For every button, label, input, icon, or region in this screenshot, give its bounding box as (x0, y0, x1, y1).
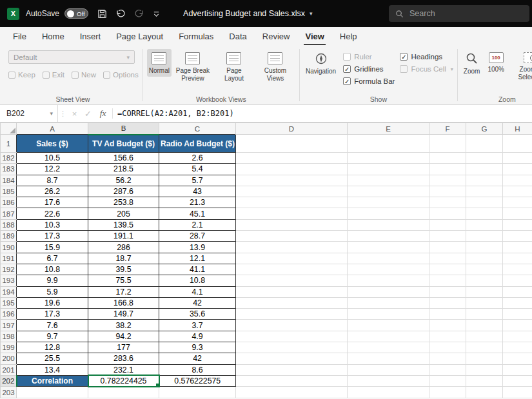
cell-B183[interactable]: 218.5 (88, 164, 159, 175)
cell-D182[interactable] (236, 153, 348, 164)
cell-H190[interactable] (503, 242, 532, 253)
row-header-196[interactable]: 196 (1, 309, 17, 320)
cell-E193[interactable] (348, 275, 429, 286)
page-break-preview-button[interactable]: Page Break Preview (173, 49, 213, 84)
cell-C187[interactable]: 45.1 (159, 208, 236, 219)
cell-E1[interactable] (348, 135, 429, 153)
cell-H187[interactable] (503, 208, 532, 219)
cell-G199[interactable] (466, 342, 503, 353)
cell-B185[interactable]: 287.6 (88, 186, 159, 197)
insert-function-icon[interactable]: fx (95, 105, 111, 122)
cell-D197[interactable] (236, 320, 348, 331)
row-header-192[interactable]: 192 (1, 264, 17, 275)
custom-views-button[interactable]: Custom Views (255, 49, 295, 84)
cell-H193[interactable] (503, 275, 532, 286)
cell-G183[interactable] (466, 164, 503, 175)
cell-H200[interactable] (503, 353, 532, 364)
cell-A196[interactable]: 17.3 (17, 309, 88, 320)
cell-D203[interactable] (236, 387, 348, 398)
cell-H185[interactable] (503, 186, 532, 197)
search-box[interactable]: Search (389, 5, 529, 22)
cell-G189[interactable] (466, 231, 503, 242)
cell-H189[interactable] (503, 231, 532, 242)
cell-C1[interactable]: Radio Ad Budget ($) (159, 135, 236, 153)
cell-B187[interactable]: 205 (88, 208, 159, 219)
cell-D192[interactable] (236, 264, 348, 275)
cell-D195[interactable] (236, 297, 348, 308)
cell-G1[interactable] (466, 135, 503, 153)
cell-C203[interactable] (159, 387, 236, 398)
cell-H183[interactable] (503, 164, 532, 175)
row-header-202[interactable]: 202 (1, 375, 17, 387)
cell-E195[interactable] (348, 297, 429, 308)
workbook-title[interactable]: Advertising Budget and Sales.xlsx ▾ (183, 9, 313, 18)
cell-F189[interactable] (429, 231, 466, 242)
cell-C196[interactable]: 35.6 (159, 309, 236, 320)
cell-D187[interactable] (236, 208, 348, 219)
cell-C197[interactable]: 3.7 (159, 320, 236, 331)
zoom-button[interactable]: Zoom (462, 49, 482, 77)
cell-D183[interactable] (236, 164, 348, 175)
cell-A199[interactable]: 12.8 (17, 342, 88, 353)
cell-A198[interactable]: 9.7 (17, 331, 88, 342)
menu-tab-formulas[interactable]: Formulas (171, 27, 221, 46)
cell-B186[interactable]: 253.8 (88, 197, 159, 208)
cell-B184[interactable]: 56.2 (88, 175, 159, 186)
cell-D186[interactable] (236, 197, 348, 208)
cell-G193[interactable] (466, 275, 503, 286)
cell-G191[interactable] (466, 253, 503, 264)
column-header-H[interactable]: H (503, 123, 532, 135)
customize-toolbar-icon[interactable] (153, 10, 160, 17)
fill-handle[interactable] (155, 383, 159, 387)
cell-C201[interactable]: 8.6 (159, 364, 236, 375)
cell-A183[interactable]: 12.2 (17, 164, 88, 175)
formula-bar-checkbox[interactable]: ✓ Formula Bar (343, 77, 395, 85)
cell-F185[interactable] (429, 186, 466, 197)
cell-B203[interactable] (88, 387, 159, 398)
row-header-199[interactable]: 199 (1, 342, 17, 353)
row-header-203[interactable]: 203 (1, 387, 17, 398)
cell-C190[interactable]: 13.9 (159, 242, 236, 253)
cell-B191[interactable]: 18.7 (88, 253, 159, 264)
cell-A189[interactable]: 17.3 (17, 231, 88, 242)
cell-G197[interactable] (466, 320, 503, 331)
cell-A187[interactable]: 22.6 (17, 208, 88, 219)
cell-E198[interactable] (348, 331, 429, 342)
column-header-B[interactable]: B (88, 123, 159, 135)
menu-tab-page-layout[interactable]: Page Layout (108, 27, 171, 46)
cell-F201[interactable] (429, 364, 466, 375)
cell-G192[interactable] (466, 264, 503, 275)
column-header-F[interactable]: F (429, 123, 466, 135)
menu-tab-review[interactable]: Review (255, 27, 298, 46)
cell-A184[interactable]: 8.7 (17, 175, 88, 186)
cell-F198[interactable] (429, 331, 466, 342)
autosave-toggle[interactable]: Off (64, 8, 88, 19)
row-header-183[interactable]: 183 (1, 164, 17, 175)
menu-tab-home[interactable]: Home (34, 27, 72, 46)
row-header-200[interactable]: 200 (1, 353, 17, 364)
cell-A202[interactable]: Correlation (17, 375, 88, 387)
cell-B197[interactable]: 38.2 (88, 320, 159, 331)
cell-H197[interactable] (503, 320, 532, 331)
cell-H188[interactable] (503, 219, 532, 230)
cell-F1[interactable] (429, 135, 466, 153)
cell-D190[interactable] (236, 242, 348, 253)
cell-H199[interactable] (503, 342, 532, 353)
cell-C189[interactable]: 28.7 (159, 231, 236, 242)
cell-C184[interactable]: 5.7 (159, 175, 236, 186)
cell-F202[interactable] (429, 375, 466, 387)
cell-H195[interactable] (503, 297, 532, 308)
row-header-193[interactable]: 193 (1, 275, 17, 286)
cell-D185[interactable] (236, 186, 348, 197)
cell-F192[interactable] (429, 264, 466, 275)
cell-D202[interactable] (236, 375, 348, 387)
cell-B1[interactable]: TV Ad Budget ($) (88, 135, 159, 153)
cell-E190[interactable] (348, 242, 429, 253)
menu-tab-help[interactable]: Help (332, 27, 365, 46)
cell-G182[interactable] (466, 153, 503, 164)
cell-E188[interactable] (348, 219, 429, 230)
cell-E200[interactable] (348, 353, 429, 364)
cell-E183[interactable] (348, 164, 429, 175)
row-header-198[interactable]: 198 (1, 331, 17, 342)
column-header-C[interactable]: C (159, 123, 236, 135)
